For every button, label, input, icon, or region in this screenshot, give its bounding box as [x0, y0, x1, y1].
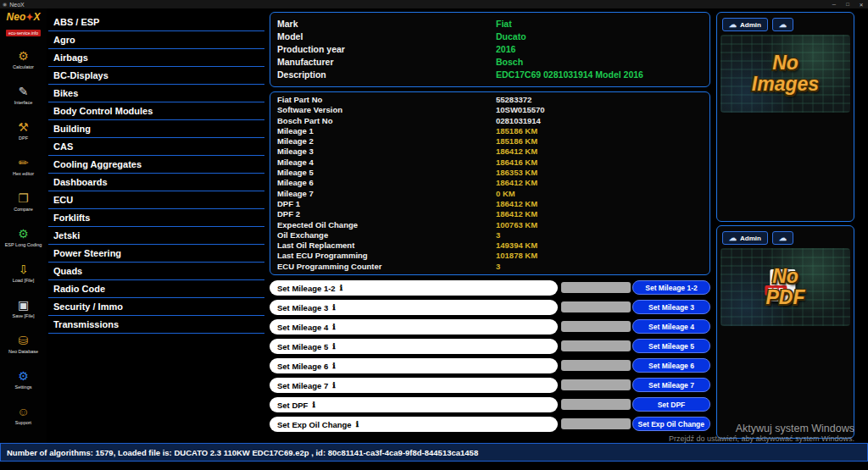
sidebar-item[interactable]: ⇩ Load [File]	[0, 255, 47, 290]
category-item[interactable]: Forklifts	[48, 209, 264, 227]
cloud-upload-icon: ☁	[729, 21, 737, 29]
minimize-button[interactable]: ─	[827, 0, 841, 8]
info-icon: ℹ	[340, 284, 342, 292]
action-value-input[interactable]	[561, 301, 631, 312]
sidebar-item[interactable]: ✏ Hex editor	[0, 148, 47, 184]
category-item[interactable]: Building	[48, 120, 264, 138]
action-label: Set Mileage 3 ℹ	[270, 300, 558, 315]
info-label: Mileage 1	[277, 126, 496, 136]
images-panel: ☁ Admin ☁ No Images	[716, 12, 854, 222]
category-item[interactable]: Bikes	[48, 85, 264, 102]
ecu-info-row: Mileage 7 0 KM	[277, 189, 703, 199]
info-value: 3	[496, 230, 500, 241]
category-item[interactable]: Security / Immo	[48, 298, 264, 316]
sidebar-item[interactable]: ❐ Compare	[0, 184, 47, 219]
info-label: Mileage 3	[277, 147, 496, 157]
action-set-button[interactable]: Set Mileage 5	[632, 339, 710, 353]
ecu-info-row: Mileage 6 186412 KM	[277, 178, 703, 188]
category-item[interactable]: BC-Displays	[48, 67, 264, 85]
close-button[interactable]: ✕	[854, 0, 868, 8]
action-value-input[interactable]	[561, 379, 631, 390]
action-row: Set Mileage 7 ℹ Set Mileage 7	[270, 378, 710, 393]
action-row: Set Mileage 4 ℹ Set Mileage 4	[270, 319, 710, 335]
action-row: Set Mileage 5 ℹ Set Mileage 5	[270, 339, 710, 354]
sidebar-item[interactable]: ⚒ DPF	[0, 113, 47, 148]
category-item[interactable]: CAS	[48, 138, 264, 156]
sidebar-item[interactable]: ✎ Interface	[0, 77, 47, 113]
action-set-button[interactable]: Set Mileage 3	[632, 300, 710, 314]
category-item[interactable]: ECU	[48, 191, 264, 209]
category-item[interactable]: Dashboards	[48, 174, 264, 191]
sidebar-item-label: DPF	[19, 135, 28, 141]
pdf-preview-area[interactable]: PDF No PDF	[721, 248, 850, 326]
info-icon: ℹ	[332, 381, 335, 390]
info-label: Last Oil Replacment	[277, 241, 496, 251]
info-value: 186412 KM	[496, 147, 537, 157]
action-value-input[interactable]	[561, 418, 631, 429]
logo-text: Neo✦X	[0, 11, 47, 23]
admin-upload-pdf-button[interactable]: ☁ Admin	[722, 231, 768, 245]
category-item[interactable]: Cooling Aggregates	[48, 156, 264, 174]
sidebar-item[interactable]: ⛁ Neo Database	[0, 326, 47, 362]
info-label: DPF 1	[277, 199, 496, 209]
info-label: Bosch Part No	[277, 116, 496, 126]
actions-panel: Set Mileage 1-2 ℹ Set Mileage 1-2 Set Mi…	[270, 280, 710, 436]
cloud-icon: ☁	[779, 21, 787, 29]
info-label: Model	[277, 30, 496, 43]
titlebar: ◉ NeoX ─ □ ✕	[0, 0, 868, 8]
ecu-info-panel: Fiat Part No 55283372 Software Version 1…	[270, 91, 710, 275]
action-label: Set DPF ℹ	[270, 397, 558, 412]
sidebar: Neo✦X ecu-service.info ⚙ Calculator ✎ In…	[0, 8, 47, 443]
category-item[interactable]: Quads	[48, 263, 264, 280]
action-value-input[interactable]	[561, 360, 631, 371]
category-item[interactable]: Radio Code	[48, 280, 264, 298]
action-row: Set Mileage 3 ℹ Set Mileage 3	[270, 300, 710, 315]
category-item[interactable]: ABS / ESP	[48, 14, 264, 31]
info-icon: ℹ	[312, 401, 314, 409]
info-label: Software Version	[277, 105, 496, 115]
vehicle-info-panel: Mark Fiat Model Ducato Production year 2…	[270, 12, 710, 87]
category-item[interactable]: Power Steering	[48, 245, 264, 263]
admin-upload-images-button[interactable]: ☁ Admin	[722, 18, 768, 31]
action-value-input[interactable]	[561, 340, 631, 351]
info-label: ECU Programming Counter	[277, 262, 496, 272]
app-logo-icon: ◉	[3, 2, 7, 7]
sidebar-item[interactable]: ▣ Save [File]	[0, 290, 47, 326]
sidebar-item[interactable]: ⚙ Calculator	[0, 41, 47, 77]
maximize-button[interactable]: □	[841, 0, 854, 8]
info-label: Oil Exchange	[277, 230, 496, 241]
action-value-input[interactable]	[561, 321, 631, 332]
cloud-images-button[interactable]: ☁	[772, 18, 793, 31]
action-label: Set Mileage 7 ℹ	[270, 378, 558, 393]
category-item[interactable]: Transmissions	[48, 316, 264, 334]
ecu-info-row: Fiat Part No 55283372	[277, 95, 703, 105]
action-set-button[interactable]: Set Mileage 1-2	[632, 280, 710, 295]
images-preview-area[interactable]: No Images	[721, 35, 850, 113]
ecu-info-row: Last Oil Replacment 149394 KM	[277, 241, 703, 251]
action-set-button[interactable]: Set Mileage 4	[632, 319, 710, 334]
ecu-info-row: Mileage 4 186416 KM	[277, 158, 703, 168]
action-set-button[interactable]: Set Mileage 7	[632, 378, 710, 392]
info-value: EDC17C69 0281031914 Model 2016	[496, 69, 643, 81]
ecu-info-row: Mileage 3 186412 KM	[277, 147, 703, 157]
sidebar-item-label: Save [File]	[13, 313, 35, 318]
sidebar-item[interactable]: ⚙ Settings	[0, 362, 47, 397]
sidebar-item[interactable]: ⚙ ESP Long Coding	[0, 219, 47, 255]
info-label: Mileage 4	[277, 158, 496, 168]
images-panel-header: ☁ Admin ☁	[722, 18, 793, 31]
category-item[interactable]: Body Control Modules	[48, 102, 264, 120]
category-item[interactable]: Jetski	[48, 227, 264, 245]
info-icon: ℹ	[332, 323, 335, 331]
category-item[interactable]: Agro	[48, 31, 264, 49]
action-value-input[interactable]	[561, 399, 631, 410]
action-set-button[interactable]: Set Mileage 6	[632, 358, 710, 373]
sidebar-item[interactable]: ☺ Support	[0, 397, 47, 433]
action-row: Set Mileage 6 ℹ Set Mileage 6	[270, 358, 710, 373]
category-item[interactable]: Airbags	[48, 49, 264, 67]
action-set-button[interactable]: Set DPF	[632, 397, 710, 412]
info-value: 186412 KM	[496, 199, 537, 209]
sidebar-nav: ⚙ Calculator ✎ Interface ⚒ DPF ✏ Hex edi…	[0, 41, 47, 433]
cloud-pdf-button[interactable]: ☁	[772, 231, 793, 245]
info-label: Mileage 6	[277, 178, 496, 188]
action-value-input[interactable]	[561, 282, 631, 293]
